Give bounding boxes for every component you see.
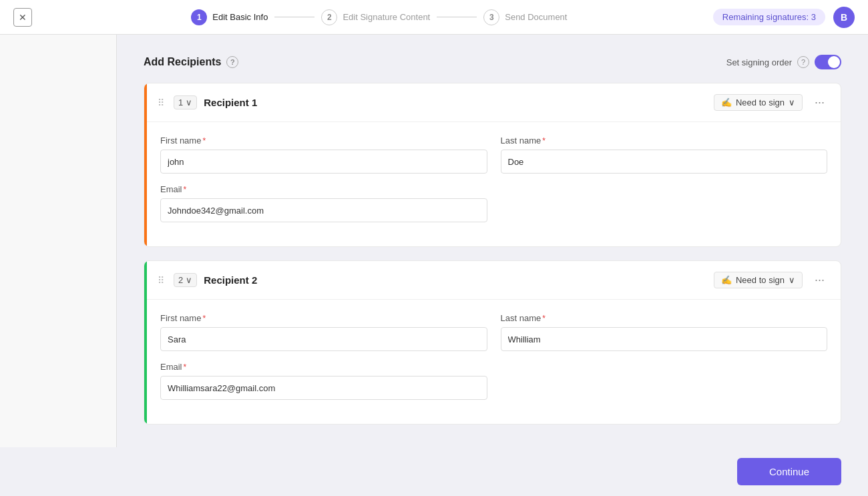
recipient-2-email-spacer: [501, 362, 828, 400]
recipient-2-need-to-sign[interactable]: ✍ Need to sign ∨: [714, 272, 803, 288]
recipient-1-sign-chevron: ∨: [789, 97, 795, 107]
header: ✕ 1 Edit Basic Info 2 Edit Signature Con…: [0, 0, 868, 35]
recipient-1-lastname-group: Last name *: [501, 136, 828, 174]
recipient-1-name-row: First name * Last name *: [160, 136, 827, 174]
recipient-1-firstname-input[interactable]: [160, 150, 487, 174]
section-title: Add Recipients ?: [144, 56, 238, 68]
content-area: Add Recipients ? Set signing order ?: [117, 35, 868, 447]
step-1: 1 Edit Basic Info: [191, 9, 268, 25]
order-badge-2[interactable]: 2 ∨: [174, 273, 197, 287]
recipient-1-firstname-label: First name *: [160, 136, 487, 146]
step-2-circle: 2: [321, 9, 337, 25]
signing-order-toggle[interactable]: [815, 55, 841, 69]
recipient-1-sign-label: Need to sign: [736, 97, 785, 107]
recipient-1-name: Recipient 1: [204, 97, 707, 108]
recipient-2-firstname-group: First name *: [160, 313, 487, 351]
close-button[interactable]: ✕: [13, 8, 32, 27]
order-badge-1-number: 1: [178, 97, 183, 107]
main-layout: Add Recipients ? Set signing order ?: [0, 35, 868, 447]
steps-nav: 1 Edit Basic Info 2 Edit Signature Conte…: [45, 9, 713, 25]
signing-order-help-icon[interactable]: ?: [797, 56, 809, 68]
section-header: Add Recipients ? Set signing order ?: [144, 55, 841, 69]
step-1-circle: 1: [191, 9, 207, 25]
recipient-card-1: ⠿ 1 ∨ Recipient 1 ✍ Need to sign ∨ ···: [144, 83, 841, 247]
pen-icon-1: ✍: [721, 97, 732, 107]
close-icon: ✕: [19, 12, 27, 23]
recipient-card-2: ⠿ 2 ∨ Recipient 2 ✍ Need to sign ∨ ···: [144, 260, 841, 425]
order-badge-1[interactable]: 1 ∨: [174, 95, 197, 109]
recipient-1-more-options[interactable]: ···: [809, 93, 830, 112]
pen-icon-2: ✍: [721, 275, 732, 285]
step-2-label: Edit Signature Content: [343, 12, 430, 22]
step-3: 3 Send Document: [483, 9, 567, 25]
recipient-2-lastname-group: Last name *: [501, 313, 828, 351]
remaining-signatures-badge: Remaining signatures: 3: [713, 9, 825, 25]
recipient-2-lastname-required: *: [542, 314, 546, 323]
recipient-1-email-row: Email *: [160, 184, 827, 222]
header-right: Remaining signatures: 3 B: [713, 7, 855, 28]
recipient-2-more-options[interactable]: ···: [809, 270, 830, 290]
add-recipients-help-icon[interactable]: ?: [226, 56, 238, 68]
recipient-2-email-required: *: [184, 362, 187, 372]
step-1-label: Edit Basic Info: [212, 12, 268, 22]
recipient-2-sign-label: Need to sign: [736, 275, 785, 285]
recipient-1-email-group: Email *: [160, 184, 487, 222]
recipient-2-lastname-label: Last name *: [501, 313, 828, 323]
sidebar: [0, 35, 117, 447]
footer: Continue: [0, 447, 868, 496]
order-badge-2-number: 2: [178, 275, 183, 285]
step-3-circle: 3: [483, 9, 499, 25]
continue-button[interactable]: Continue: [737, 458, 841, 485]
recipient-2-sign-chevron: ∨: [789, 275, 795, 285]
recipient-2-firstname-label: First name *: [160, 313, 487, 323]
recipient-1-firstname-required: *: [202, 136, 206, 146]
recipient-1-lastname-input[interactable]: [501, 150, 828, 174]
recipient-2-name-row: First name * Last name *: [160, 313, 827, 351]
recipient-1-body: First name * Last name *: [144, 122, 841, 246]
recipient-2-border: [144, 261, 147, 424]
recipient-1-email-required: *: [184, 185, 187, 194]
recipient-2-header: ⠿ 2 ∨ Recipient 2 ✍ Need to sign ∨ ···: [144, 261, 841, 300]
drag-handle-2[interactable]: ⠿: [158, 275, 164, 286]
recipient-2-email-row: Email *: [160, 362, 827, 400]
signing-order-control: Set signing order ?: [726, 55, 841, 69]
drag-handle-1[interactable]: ⠿: [158, 97, 164, 108]
recipient-2-email-label: Email *: [160, 362, 487, 372]
avatar: B: [833, 7, 855, 28]
recipient-2-body: First name * Last name *: [144, 300, 841, 424]
step-2: 2 Edit Signature Content: [321, 9, 430, 25]
recipient-2-name: Recipient 2: [204, 274, 707, 286]
recipient-2-firstname-input[interactable]: [160, 327, 487, 351]
recipient-2-email-group: Email *: [160, 362, 487, 400]
recipient-1-lastname-label: Last name *: [501, 136, 828, 146]
recipient-2-lastname-input[interactable]: [501, 327, 828, 351]
order-badge-2-chevron: ∨: [186, 275, 192, 285]
recipient-1-border: [144, 83, 147, 246]
recipient-1-header: ⠿ 1 ∨ Recipient 1 ✍ Need to sign ∨ ···: [144, 83, 841, 122]
recipient-1-email-label: Email *: [160, 184, 487, 194]
recipient-1-firstname-group: First name *: [160, 136, 487, 174]
order-badge-1-chevron: ∨: [186, 97, 192, 107]
recipient-1-email-input[interactable]: [160, 198, 487, 222]
recipient-2-firstname-required: *: [202, 314, 206, 323]
recipient-1-email-spacer: [501, 184, 828, 222]
step-line-1: [274, 17, 314, 17]
recipient-2-email-input[interactable]: [160, 376, 487, 400]
recipient-1-need-to-sign[interactable]: ✍ Need to sign ∨: [714, 94, 803, 111]
step-line-2: [437, 17, 477, 17]
signing-order-label: Set signing order: [726, 57, 792, 67]
section-title-text: Add Recipients: [144, 56, 221, 68]
step-3-label: Send Document: [505, 12, 567, 22]
recipient-1-lastname-required: *: [542, 136, 546, 146]
